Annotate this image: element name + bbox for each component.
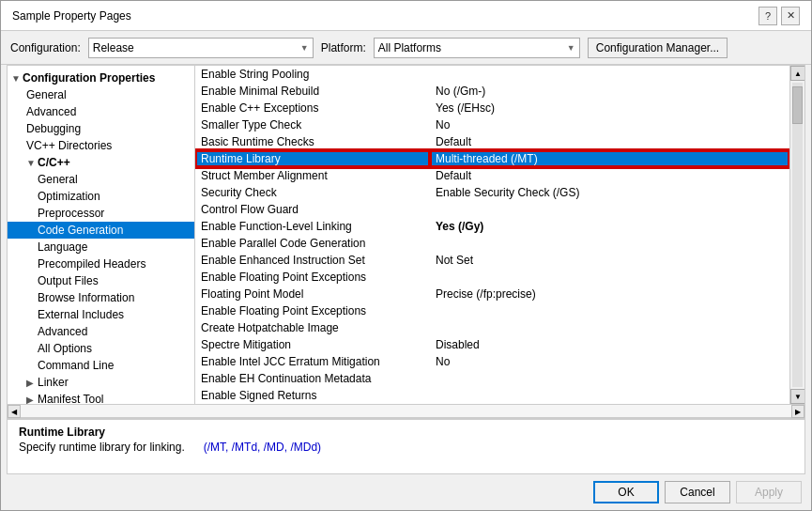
prop-name: Control Flow Guard (195, 201, 430, 218)
scroll-track-h (21, 405, 791, 417)
prop-name: Enable Floating Point Exceptions (195, 302, 430, 319)
cancel-button[interactable]: Cancel (665, 481, 730, 503)
tree-root[interactable]: ▼ Configuration Properties (8, 70, 194, 86)
scroll-thumb[interactable] (792, 86, 803, 124)
expand-icon: ▼ (11, 73, 23, 84)
prop-value (430, 387, 789, 404)
prop-name: Enable C++ Exceptions (195, 100, 430, 116)
scroll-up-btn[interactable]: ▲ (790, 66, 805, 81)
table-row[interactable]: Enable C++ ExceptionsYes (/EHsc) (195, 100, 789, 116)
tree-item-preprocessor[interactable]: Preprocessor (8, 205, 194, 222)
prop-value: Not Set (430, 252, 789, 269)
table-row[interactable]: Create Hotpatchable Image (195, 319, 789, 336)
tree-item-output-files[interactable]: Output Files (8, 272, 194, 289)
prop-name: Spectre Mitigation (195, 336, 430, 353)
prop-value (430, 302, 789, 319)
prop-value (430, 319, 789, 336)
prop-value: Enable Security Check (/GS) (430, 184, 789, 201)
table-row[interactable]: Runtime LibraryMulti-threaded (/MT) (195, 150, 789, 167)
scroll-right-btn[interactable]: ▶ (791, 405, 804, 418)
tree-item-manifest-tool[interactable]: ▶ Manifest Tool (8, 391, 194, 404)
scroll-left-btn[interactable]: ◀ (8, 405, 21, 418)
scroll-down-btn[interactable]: ▼ (790, 389, 805, 404)
apply-button[interactable]: Apply (736, 481, 802, 503)
prop-name: Enable String Pooling (195, 66, 430, 83)
tree-item-command-line[interactable]: Command Line (8, 357, 194, 374)
bottom-scroll-bar[interactable]: ◀ ▶ (7, 405, 805, 418)
tree-item-precompiled-headers[interactable]: Precompiled Headers (8, 256, 194, 272)
tree-item-optimization[interactable]: Optimization (8, 188, 194, 205)
button-bar: OK Cancel Apply (1, 474, 811, 510)
prop-name: Enable Intel JCC Erratum Mitigation (195, 353, 430, 370)
config-select[interactable]: Release ▼ (88, 38, 314, 58)
tree-item-code-generation[interactable]: Code Generation (8, 222, 194, 239)
table-row[interactable]: Enable Floating Point Exceptions (195, 269, 789, 286)
title-bar-buttons: ? ✕ (758, 7, 800, 25)
manifest-expand-icon: ▶ (26, 395, 38, 405)
prop-value (430, 201, 789, 218)
table-row[interactable]: Enable Parallel Code Generation (195, 235, 789, 252)
help-button[interactable]: ? (758, 7, 777, 25)
prop-name: Enable Minimal Rebuild (195, 83, 430, 100)
table-row[interactable]: Enable Floating Point Exceptions (195, 302, 789, 319)
prop-value (430, 269, 789, 286)
prop-value: No (/Gm-) (430, 83, 789, 100)
tree-item-cpp[interactable]: ▼ C/C++ (8, 154, 194, 171)
config-manager-button[interactable]: Configuration Manager... (588, 38, 728, 58)
table-row[interactable]: Enable Minimal RebuildNo (/Gm-) (195, 83, 789, 100)
scroll-track (792, 83, 803, 387)
close-button[interactable]: ✕ (781, 7, 800, 25)
table-row[interactable]: Enable Enhanced Instruction SetNot Set (195, 252, 789, 269)
table-row[interactable]: Enable EH Continuation Metadata (195, 370, 789, 387)
prop-name: Enable Function-Level Linking (195, 218, 430, 235)
prop-value: Multi-threaded (/MT) (430, 150, 789, 167)
tree-item-debugging[interactable]: Debugging (8, 120, 194, 137)
tree-item-advanced1[interactable]: Advanced (8, 103, 194, 120)
prop-value: Yes (/EHsc) (430, 100, 789, 116)
prop-name: Enable Parallel Code Generation (195, 235, 430, 252)
table-row[interactable]: Enable String Pooling (195, 66, 789, 83)
tree-item-browse-info[interactable]: Browse Information (8, 289, 194, 306)
table-row[interactable]: Enable Signed Returns (195, 387, 789, 404)
table-row[interactable]: Struct Member AlignmentDefault (195, 167, 789, 184)
prop-name: Floating Point Model (195, 286, 430, 302)
platform-value: All Platforms (378, 41, 441, 54)
table-row[interactable]: Enable Intel JCC Erratum MitigationNo (195, 353, 789, 370)
ok-button[interactable]: OK (593, 481, 659, 503)
prop-name: Enable Signed Returns (195, 387, 430, 404)
desc-title: Runtime Library (19, 426, 793, 439)
table-row[interactable]: Security CheckEnable Security Check (/GS… (195, 184, 789, 201)
right-scrollbar[interactable]: ▲ ▼ (789, 66, 804, 404)
prop-value (430, 370, 789, 387)
tree-root-label: Configuration Properties (23, 71, 155, 85)
table-row[interactable]: Enable Function-Level LinkingYes (/Gy) (195, 218, 789, 235)
table-row[interactable]: Spectre MitigationDisabled (195, 336, 789, 353)
desc-content: Specify runtime library for linking. (/M… (19, 441, 793, 454)
props-table: Enable String PoolingEnable Minimal Rebu… (195, 66, 789, 404)
table-row[interactable]: Basic Runtime ChecksDefault (195, 133, 789, 150)
prop-name: Enable Enhanced Instruction Set (195, 252, 430, 269)
tree-item-general1[interactable]: General (8, 86, 194, 103)
tree-item-vc-directories[interactable]: VC++ Directories (8, 137, 194, 154)
prop-value: Yes (/Gy) (430, 218, 789, 235)
table-row[interactable]: Control Flow Guard (195, 201, 789, 218)
table-row[interactable]: Smaller Type CheckNo (195, 116, 789, 133)
tree-item-advanced2[interactable]: Advanced (8, 323, 194, 340)
prop-value: Default (430, 167, 789, 184)
tree-item-cpp-general[interactable]: General (8, 171, 194, 188)
platform-dropdown-arrow: ▼ (567, 43, 575, 53)
window-title: Sample Property Pages (12, 9, 131, 23)
tree-item-external-includes[interactable]: External Includes (8, 306, 194, 323)
tree-item-all-options[interactable]: All Options (8, 340, 194, 357)
prop-value: Precise (/fp:precise) (430, 286, 789, 302)
tree-item-linker[interactable]: ▶ Linker (8, 374, 194, 391)
platform-select[interactable]: All Platforms ▼ (374, 38, 580, 58)
table-row[interactable]: Floating Point ModelPrecise (/fp:precise… (195, 286, 789, 302)
tree-item-language[interactable]: Language (8, 239, 194, 256)
config-bar: Configuration: Release ▼ Platform: All P… (1, 31, 811, 65)
prop-name: Struct Member Alignment (195, 167, 430, 184)
config-dropdown-arrow: ▼ (300, 43, 309, 53)
main-content: ▼ Configuration Properties General Advan… (7, 65, 805, 405)
prop-value: Disabled (430, 336, 789, 353)
prop-name: Runtime Library (195, 150, 430, 167)
